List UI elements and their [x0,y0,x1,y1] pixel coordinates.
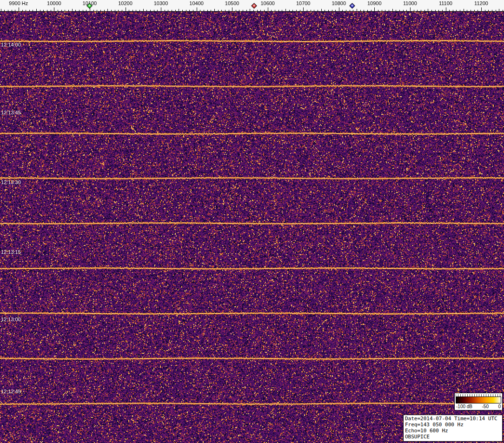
ruler-tick [446,7,446,11]
ruler-tick [161,7,161,11]
ruler-tick [314,10,314,11]
waterfall-canvas[interactable] [0,12,504,443]
legend-label-max: 0 [498,404,501,409]
ruler-tick [271,10,272,11]
ruler-tick-label: 10800 [332,0,346,6]
ruler-tick [392,9,393,11]
ruler-tick [389,10,389,11]
ruler-tick [154,10,154,11]
ruler-tick [229,10,229,11]
ruler-tick [307,10,307,11]
ruler-tick [182,10,183,11]
ruler-tick [382,10,382,11]
ruler-tick [300,10,300,11]
ruler-tick [218,10,219,11]
ruler-tick [414,10,414,11]
ruler-tick [464,9,464,11]
ruler-tick [438,10,439,11]
ruler-tick [374,7,375,11]
ruler-tick [474,10,475,11]
ruler-tick [133,10,133,11]
ruler-tick [264,10,265,11]
ruler-tick [179,9,179,11]
info-freq-line: Freq=143 050 000 Hz [405,422,501,428]
amplitude-scale-labels: -100 dB -50 0 [456,403,501,409]
ruler-tick [492,10,492,11]
ruler-tick [399,10,400,11]
ruler-tick [239,10,239,11]
ruler-tick [118,10,119,11]
ruler-tick [207,10,208,11]
ruler-tick [268,7,268,11]
ruler-tick [100,10,101,11]
ruler-tick-label: 10200 [118,0,133,6]
amplitude-gradient-bar [456,397,501,403]
ruler-tick [15,10,15,11]
ruler-tick [477,10,478,11]
ruler-tick [357,9,357,11]
ruler-tick [143,9,144,11]
ruler-tick-label: 10900 [367,0,382,6]
ruler-tick [481,7,482,11]
ruler-tick [321,9,322,11]
ruler-tick-label: 11100 [439,0,452,6]
ruler-tick [172,10,172,11]
frequency-ruler[interactable]: 9900 Hz100001010010200103001040010500106… [0,0,504,12]
ruler-tick [139,10,140,11]
ruler-tick [75,10,76,11]
ruler-tick [289,10,290,11]
ruler-tick [83,10,83,11]
ruler-tick [232,7,232,11]
ruler-tick [126,7,126,11]
ruler-tick-label: 10500 [225,0,239,6]
ruler-tick [431,10,432,11]
ruler-tick [311,10,311,11]
ruler-tick [43,10,44,11]
ruler-tick [211,10,211,11]
ruler-tick [29,10,30,11]
info-station-line: OBSUPICE [405,434,501,440]
ruler-tick [435,10,436,11]
ruler-tick [303,7,304,11]
ruler-tick [197,7,197,11]
ruler-tick [136,10,136,11]
ruler-tick [193,10,193,11]
ruler-tick [360,10,361,11]
ruler-tick [292,10,293,11]
blue-frequency-marker[interactable] [349,3,355,9]
ruler-tick-label: 10400 [189,0,204,6]
ruler-tick [253,10,254,11]
ruler-tick [157,10,158,11]
ruler-tick-label: 10000 [47,0,61,6]
legend-label-min: -100 dB [456,404,472,409]
ruler-tick [40,10,40,11]
amplitude-scale: -100 dB -50 0 [454,393,503,410]
ruler-tick [58,10,58,11]
ruler-tick [204,10,204,11]
ruler-tick [165,10,165,11]
ruler-tick [33,10,33,11]
ruler-tick-label: 10600 [260,0,275,6]
ruler-tick [129,10,129,11]
ruler-tick [342,10,343,11]
ruler-tick [260,10,261,11]
ruler-tick [471,10,471,11]
ruler-tick [111,10,112,11]
ruler-tick [200,10,200,11]
info-box: Date=2014-07-04 Time=10:14 UTC Freq=143 … [403,415,503,442]
ruler-tick [285,9,286,11]
ruler-tick [122,10,122,11]
ruler-tick [339,7,339,11]
ruler-tick [378,10,378,11]
ruler-tick [335,10,336,11]
ruler-tick [275,10,275,11]
ruler-tick [421,10,421,11]
ruler-tick [104,10,105,11]
ruler-tick [282,10,282,11]
red-frequency-marker[interactable] [252,3,258,9]
ruler-tick [54,7,54,11]
ruler-tick [61,10,62,11]
ruler-tick [97,10,97,11]
ruler-tick [367,10,368,11]
ruler-tick [221,10,222,11]
